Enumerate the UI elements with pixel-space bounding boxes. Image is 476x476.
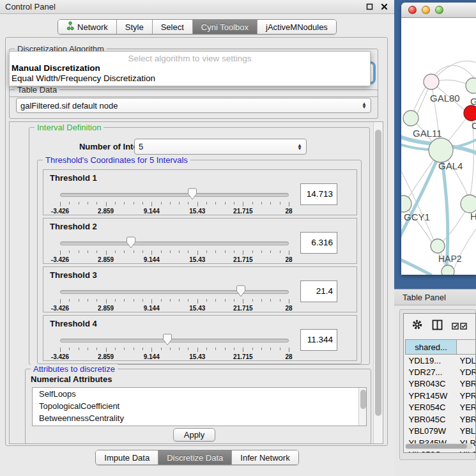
gear-icon[interactable] bbox=[411, 319, 423, 333]
threshold-slider[interactable]: -3.4262.8599.14415.4321.71528 bbox=[60, 267, 289, 313]
threshold-value-field[interactable]: 11.344 bbox=[300, 329, 337, 351]
thresholds-group-title: Threshold's Coordinates for 5 Intervals bbox=[43, 155, 190, 165]
numerical-attributes-list[interactable]: SelfLoopsTopologicalCoefficientBetweenne… bbox=[32, 387, 367, 426]
slider-tick bbox=[206, 250, 207, 253]
tab-style[interactable]: Style bbox=[116, 20, 152, 34]
table-row[interactable]: YPR145WYPR1 bbox=[406, 390, 476, 402]
tab-discretize-data[interactable]: Discretize Data bbox=[158, 450, 231, 464]
slider-track[interactable] bbox=[60, 290, 289, 294]
table-row[interactable]: YBR043CYBR0 bbox=[406, 378, 476, 390]
apply-button[interactable]: Apply bbox=[173, 428, 215, 441]
table-row[interactable]: YDL19...YDL1 bbox=[406, 355, 476, 367]
dropdown-option-manual[interactable]: Manual Discretization bbox=[10, 63, 370, 73]
threshold-slider[interactable]: -3.4262.8599.14415.4321.71528 bbox=[60, 316, 289, 362]
column-header-shared-name[interactable]: shared... bbox=[406, 340, 457, 355]
slider-tick bbox=[188, 299, 188, 302]
dropdown-option-equal-width[interactable]: Equal Width/Frequency Discretization bbox=[10, 73, 370, 84]
slider-tick bbox=[252, 202, 253, 204]
slider-tick bbox=[161, 250, 162, 253]
network-canvas[interactable]: GAL80 GA C GAL11 GAL4 GCY1 H HAP2 bbox=[401, 18, 476, 275]
slider-tick bbox=[289, 348, 289, 352]
node-gal80[interactable] bbox=[424, 74, 439, 89]
slider-tick bbox=[170, 348, 171, 350]
slider-tick bbox=[270, 250, 271, 253]
slider-scale-label: 9.144 bbox=[144, 256, 160, 263]
zoom-traffic-icon[interactable] bbox=[435, 6, 443, 14]
attribute-list-item[interactable]: BetweennessCentrality bbox=[33, 412, 366, 424]
node-partial-bottom[interactable] bbox=[441, 265, 454, 275]
attribute-list-item[interactable]: TopologicalCoefficient bbox=[33, 400, 366, 412]
tab-impute-data[interactable]: Impute Data bbox=[96, 450, 158, 464]
slider-tick bbox=[151, 348, 152, 352]
split-panel-icon[interactable] bbox=[432, 319, 443, 333]
slider-track[interactable] bbox=[60, 193, 289, 197]
settings-scrollbar[interactable] bbox=[373, 122, 383, 443]
select-columns-icons[interactable] bbox=[452, 323, 467, 330]
threshold-slider[interactable]: -3.4262.8599.14415.4321.71528 bbox=[60, 170, 289, 216]
table-horizontal-scrollbar[interactable] bbox=[405, 443, 473, 449]
table-data-combo[interactable]: galFiltered.sif default node ▲▼ bbox=[16, 98, 371, 113]
table-cell: YDL19... bbox=[406, 355, 457, 367]
node-h-partial[interactable] bbox=[461, 195, 476, 213]
slider-scale-label: 2.859 bbox=[98, 208, 114, 215]
attributes-scrollbar[interactable] bbox=[358, 388, 366, 426]
threshold-panel-2: Threshold 2-3.4262.8599.14415.4321.71528… bbox=[43, 218, 357, 264]
bottom-tab-bar: Impute Data Discretize Data Infer Networ… bbox=[0, 450, 394, 465]
threshold-value-field[interactable]: 14.713 bbox=[300, 183, 337, 205]
slider-tick bbox=[142, 348, 143, 350]
tab-network[interactable]: Network bbox=[58, 20, 116, 34]
slider-tick bbox=[124, 250, 125, 253]
slider-thumb[interactable] bbox=[126, 236, 135, 249]
node-gcy1[interactable] bbox=[401, 196, 411, 212]
column-header-name[interactable]: na bbox=[457, 340, 476, 355]
slider-tick bbox=[280, 299, 280, 302]
table-row[interactable]: YER054CYER0 bbox=[406, 402, 476, 414]
table-row[interactable]: YIL052CYIL0 bbox=[406, 449, 476, 454]
close-icon[interactable] bbox=[380, 2, 389, 12]
slider-tick bbox=[124, 202, 125, 204]
interval-definition-title: Interval Definition bbox=[35, 123, 104, 132]
table-row[interactable]: YDR27...YDR2 bbox=[406, 366, 476, 378]
slider-track[interactable] bbox=[60, 242, 289, 245]
number-of-intervals-combo[interactable]: 5 ▲▼ bbox=[134, 139, 307, 155]
threshold-value-field[interactable]: 6.316 bbox=[300, 232, 337, 254]
threshold-value-field[interactable]: 21.4 bbox=[300, 280, 337, 302]
network-icon bbox=[66, 21, 74, 33]
node-label-gal80: GAL80 bbox=[430, 93, 460, 104]
slider-scale-label: 2.859 bbox=[98, 256, 114, 263]
node-gal11[interactable] bbox=[403, 111, 418, 126]
slider-thumb[interactable] bbox=[187, 188, 197, 200]
tab-select[interactable]: Select bbox=[152, 20, 192, 34]
table-row[interactable]: YBL079WYBL0 bbox=[406, 426, 476, 438]
slider-tick bbox=[215, 250, 216, 253]
table-cell: YPR145W bbox=[406, 390, 457, 402]
slider-scale-label: 15.43 bbox=[189, 256, 205, 263]
slider-tick bbox=[261, 202, 262, 204]
slider-tick bbox=[179, 299, 180, 302]
slider-tick bbox=[115, 202, 116, 204]
tab-cyni-toolbox[interactable]: Cyni Toolbox bbox=[192, 20, 257, 34]
table-row[interactable]: YBR045CYBR0 bbox=[406, 413, 476, 426]
slider-thumb[interactable] bbox=[236, 285, 245, 297]
slider-tick bbox=[225, 348, 226, 350]
slider-track[interactable] bbox=[60, 339, 289, 342]
node-gal4[interactable] bbox=[429, 138, 453, 162]
float-window-icon[interactable] bbox=[365, 2, 374, 12]
slider-tick bbox=[124, 299, 125, 302]
slider-tick bbox=[215, 299, 216, 302]
node-red-selected[interactable] bbox=[464, 105, 476, 121]
slider-scale-label: 15.43 bbox=[189, 353, 205, 360]
tab-jactivemnodules[interactable]: jActiveMNodules bbox=[257, 20, 336, 34]
node-hap2[interactable] bbox=[431, 239, 445, 253]
slider-tick bbox=[69, 299, 70, 302]
slider-scale-label: 21.715 bbox=[233, 208, 253, 215]
slider-tick bbox=[243, 348, 243, 352]
close-traffic-icon[interactable] bbox=[408, 6, 417, 14]
minimize-traffic-icon[interactable] bbox=[422, 6, 430, 14]
slider-scale-label: 21.715 bbox=[233, 305, 253, 312]
attribute-list-item[interactable]: SelfLoops bbox=[33, 388, 366, 400]
tab-infer-network[interactable]: Infer Network bbox=[231, 450, 298, 464]
threshold-slider[interactable]: -3.4262.8599.14415.4321.71528 bbox=[60, 219, 289, 265]
node-partial-right-top[interactable] bbox=[466, 78, 476, 93]
slider-thumb[interactable] bbox=[163, 334, 173, 346]
